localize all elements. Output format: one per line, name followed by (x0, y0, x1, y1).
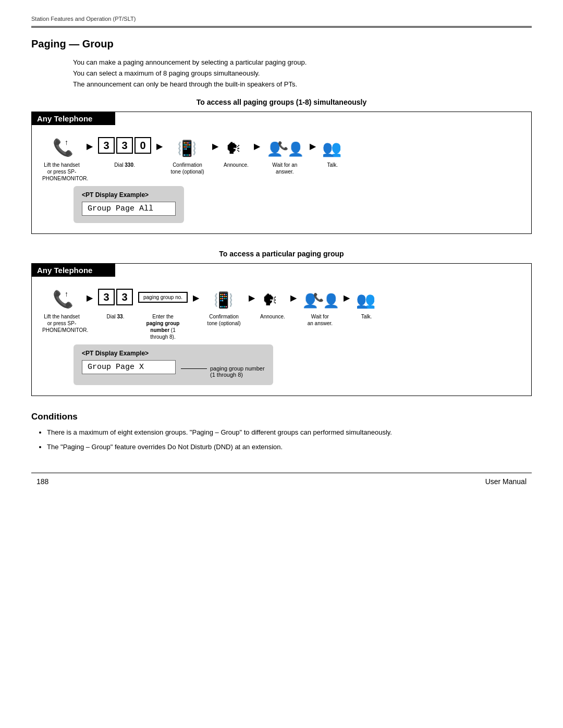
step5-label: Wait for an answer. (265, 162, 304, 175)
s2-step6-wait: 👤 📞 👤 Wait foran answer. (302, 285, 338, 327)
s2-arrow2: ▶ (193, 293, 199, 303)
dial-3b: 3 (116, 137, 133, 154)
breadcrumb: Station Features and Operation (PT/SLT) (31, 16, 532, 22)
dial-3a: 3 (98, 137, 115, 154)
s2-phone-ring-icon: 📳 (213, 285, 236, 311)
arrow1: ▶ (87, 141, 93, 151)
svg-text:👥: 👥 (356, 291, 376, 310)
s2-handset-icon: 📞 ↑ (50, 285, 74, 311)
talk-icon: 👥 (321, 133, 344, 159)
step4-label: Announce. (224, 162, 249, 168)
handset-icon: 📞 ↑ (50, 133, 74, 159)
s2-step7-talk: 👥 Talk. (355, 285, 378, 320)
s2-arrow3: ▶ (249, 293, 255, 303)
s2-step4-conf-tone: 📳 Confirmation tone (optional) (204, 285, 243, 327)
intro-line-1: You can make a paging announcement by se… (73, 57, 532, 68)
s2-step5-announce: 🗣 Announce. (260, 285, 285, 320)
svg-text:📞: 📞 (53, 289, 74, 309)
s2-announce-icon: 🗣 (261, 285, 284, 311)
section1-any-telephone: Any Telephone (32, 112, 115, 125)
s2-step7-label: Talk. (361, 313, 372, 320)
s2-step6-label: Wait foran answer. (308, 313, 333, 327)
section2-steps: 📞 ↑ Lift the handset or press SP-PHONE/M… (42, 285, 521, 340)
page-number: 188 (36, 477, 48, 486)
arrow2: ▶ (156, 141, 163, 151)
s2-arrow4: ▶ (290, 293, 297, 303)
pt-display-screen2: Group Page X (82, 360, 176, 374)
s2-step3-label: Enter the paging group number (1 through… (143, 313, 182, 340)
wait-answer-icon: 👤 📞 👤 (266, 133, 303, 159)
step3-conf-tone: 📳 Confirmation tone (optional) (168, 133, 207, 175)
step6-talk: 👥 Talk. (321, 133, 344, 168)
s2-dial-3a: 3 (98, 289, 115, 305)
bottom-rule (31, 473, 532, 473)
page-title: Paging — Group (31, 38, 532, 50)
svg-text:📞: 📞 (53, 138, 74, 157)
svg-text:↑: ↑ (65, 290, 68, 298)
section1-title: To access all paging groups (1-8) simult… (31, 98, 532, 106)
step3-label: Confirmation tone (optional) (168, 162, 207, 175)
section2-any-telephone: Any Telephone (32, 264, 115, 277)
dial-box-330: 3 3 0 (98, 137, 151, 154)
condition-item-1: There is a maximum of eight extension gr… (47, 427, 532, 438)
step1-label: Lift the handset or press SP-PHONE/MONIT… (42, 162, 81, 182)
svg-text:👤: 👤 (287, 141, 303, 157)
paging-note-line2: (1 through 8) (210, 372, 265, 378)
step5-wait: 👤 📞 👤 Wait for an answer. (265, 133, 304, 175)
svg-text:📞: 📞 (313, 292, 324, 302)
s2-talk-icon: 👥 (355, 285, 378, 311)
s2-step4-label: Confirmation tone (optional) (204, 313, 243, 327)
conditions-list: There is a maximum of eight extension gr… (47, 427, 532, 452)
svg-text:🗣: 🗣 (226, 140, 241, 157)
step6-label: Talk. (327, 162, 338, 168)
section1-steps: 📞 ↑ Lift the handset or press SP-PHONE/M… (42, 133, 521, 182)
section1-diagram: Any Telephone 📞 ↑ Lift the handset or pr… (31, 112, 532, 234)
condition-item-2: The "Paging – Group" feature overrides D… (47, 442, 532, 452)
pt-display-section1: <PT Display Example> Group Page All (74, 186, 184, 223)
svg-text:🗣: 🗣 (262, 291, 278, 309)
arrow3: ▶ (212, 141, 218, 151)
arrow4: ▶ (254, 141, 260, 151)
s2-step1-label: Lift the handset or press SP-PHONE/MONIT… (42, 313, 81, 334)
conditions-section: Conditions There is a maximum of eight e… (31, 412, 532, 452)
svg-text:📞: 📞 (278, 141, 288, 151)
s2-dial-3b: 3 (116, 289, 133, 305)
svg-text:↑: ↑ (65, 138, 68, 146)
footer: 188 User Manual (31, 477, 532, 486)
section2-title: To access a particular paging group (31, 250, 532, 258)
svg-text:📳: 📳 (214, 291, 234, 310)
section2-diagram: Any Telephone 📞 ↑ Lift the handset or pr… (31, 263, 532, 396)
dial-box-33: 3 3 (98, 289, 133, 305)
paging-group-no-box: paging group no. (138, 292, 188, 303)
s2-step1-handset: 📞 ↑ Lift the handset or press SP-PHONE/M… (42, 285, 81, 334)
svg-text:👥: 👥 (322, 139, 342, 158)
svg-text:📳: 📳 (177, 139, 197, 158)
s2-arrow5: ▶ (344, 293, 350, 303)
announce-icon: 🗣 (225, 133, 248, 159)
dial-0: 0 (134, 137, 151, 154)
phone-ring-icon: 📳 (176, 133, 199, 159)
s2-step3-pagingbox: paging group no. Enter the paging group … (138, 285, 188, 340)
step4-announce: 🗣 Announce. (224, 133, 249, 168)
pt-display-screen1: Group Page All (82, 202, 176, 216)
intro-line-2: You can select a maximum of 8 paging gro… (73, 68, 532, 79)
arrow5: ▶ (310, 141, 316, 151)
intro-line-3: The announcement can only be heard throu… (73, 79, 532, 90)
svg-text:👤: 👤 (323, 292, 338, 309)
step1-handset: 📞 ↑ Lift the handset or press SP-PHONE/M… (42, 133, 81, 182)
step2-label: Dial 330. (114, 162, 134, 168)
paging-note-line1: paging group number (210, 365, 265, 372)
s2-arrow1: ▶ (87, 293, 93, 303)
s2-step5-label: Announce. (260, 313, 285, 320)
pt-display-label2: <PT Display Example> (82, 350, 265, 357)
intro-text: You can make a paging announcement by se… (73, 57, 532, 90)
conditions-title: Conditions (31, 412, 532, 422)
step2-dial: 3 3 0 Dial 330. (98, 133, 151, 168)
pt-display-label1: <PT Display Example> (82, 191, 176, 199)
top-rule (31, 26, 532, 28)
s2-step2-dial: 3 3 Dial 33. (98, 285, 133, 320)
s2-step2-label: Dial 33. (107, 313, 125, 320)
pt-display-section2: <PT Display Example> Group Page X paging… (74, 344, 273, 385)
s2-wait-answer-icon: 👤 📞 👤 (302, 285, 338, 311)
manual-title: User Manual (485, 477, 527, 486)
